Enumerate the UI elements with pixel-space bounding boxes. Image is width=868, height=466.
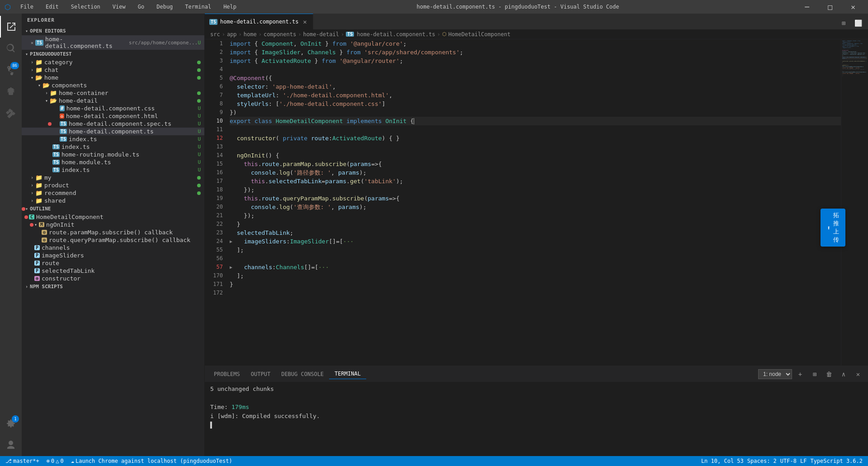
close-panel-button[interactable]: ✕ — [852, 368, 864, 380]
menu-go[interactable]: Go — [135, 3, 147, 11]
close-button[interactable]: ✕ — [843, 0, 863, 14]
code-editor-scroll[interactable]: 1 2 3 4 5 6 7 8 9 10 11 12 13 14 15 16 1 — [205, 39, 841, 366]
activity-bar-account[interactable] — [0, 434, 22, 456]
menu-debug[interactable]: Debug — [154, 3, 175, 11]
folder-chevron: ▾ — [45, 98, 48, 103]
language-mode-item[interactable]: TypeScript 3.6.2 — [808, 456, 864, 466]
breadcrumb-filename[interactable]: home-detail.component.ts — [357, 31, 435, 38]
breadcrumb-app[interactable]: app — [227, 31, 237, 38]
npm-chevron: › — [25, 284, 28, 289]
outline-class-label: HomeDetailComponent — [36, 214, 104, 220]
outline-queryparammap-label: route.queryParamMap.subscribe() callback — [49, 237, 190, 243]
outline-route[interactable]: P route — [22, 259, 204, 267]
maximize-panel-button[interactable]: ∧ — [837, 368, 850, 380]
sidebar-item-index-ts-3[interactable]: TS index.ts U — [22, 166, 204, 174]
indentation-item[interactable]: Spaces: 2 — [745, 456, 778, 466]
cursor-position-item[interactable]: Ln 10, Col 53 — [699, 456, 745, 466]
trash-terminal-button[interactable]: 🗑 — [823, 368, 835, 380]
tab-bar: TS home-detail.component.ts ✕ ⊞ ⬜ — [205, 14, 868, 29]
sidebar-item-component-ts[interactable]: TS home-detail.component.ts U — [22, 128, 204, 135]
close-icon[interactable]: ✕ — [31, 40, 33, 45]
upload-icon: ⬆ — [827, 224, 830, 231]
activity-bar-extensions[interactable] — [0, 103, 22, 124]
breadcrumb-src[interactable]: src — [210, 31, 220, 38]
fold-arrow-icon[interactable]: ▶ — [230, 237, 237, 246]
sidebar-item-product[interactable]: › 📁 product — [22, 181, 204, 189]
tab-output[interactable]: OUTPUT — [245, 369, 276, 379]
outline-selectedtablink[interactable]: P selectedTabLink — [22, 267, 204, 275]
sidebar-item-spec-ts[interactable]: TS home-detail.component.spec.ts U — [22, 120, 204, 128]
encoding-item[interactable]: UTF-8 — [778, 456, 798, 466]
sidebar-item-home-module[interactable]: TS home.module.ts U — [22, 158, 204, 166]
sidebar-item-recommend[interactable]: › 📁 recommend — [22, 189, 204, 197]
breadcrumb-home-detail[interactable]: home-detail — [303, 31, 339, 38]
errors-warnings-item[interactable]: ⊗ 0 △ 0 — [45, 456, 66, 466]
outline-imagesliders[interactable]: P imageSliders — [22, 252, 204, 259]
line-ending-item[interactable]: LF — [798, 456, 808, 466]
menu-help[interactable]: Help — [221, 3, 239, 11]
tab-debug-console[interactable]: DEBUG CONSOLE — [276, 369, 329, 379]
debug-launch-item[interactable]: ☁ Launch Chrome against localhost (pingd… — [69, 456, 234, 466]
menu-edit[interactable]: Edit — [43, 3, 61, 11]
menu-view[interactable]: View — [110, 3, 128, 11]
modified-dot — [197, 184, 201, 187]
code-line-5: @Component({ — [230, 74, 841, 82]
code-content[interactable]: import { Component, OnInit } from '@angu… — [227, 39, 841, 366]
outline-header[interactable]: ▾ OUTLINE — [22, 204, 204, 213]
activity-bar-search[interactable] — [0, 38, 22, 59]
sidebar-item-css[interactable]: # home-detail.component.css U — [22, 105, 204, 112]
sidebar-item-home[interactable]: ▾ 📂 home — [22, 74, 204, 81]
activity-bar-source-control[interactable]: 86 — [0, 59, 22, 81]
sidebar-item-category[interactable]: › 📁 category — [22, 58, 204, 66]
error-dot-icon — [48, 122, 52, 126]
open-editors-header[interactable]: ▾ OPEN EDITORS — [22, 27, 204, 35]
sidebar-item-chat[interactable]: › 📁 chat — [22, 66, 204, 74]
outline-constructor[interactable]: ⊕ constructor — [22, 275, 204, 282]
maximize-button[interactable]: □ — [820, 0, 840, 14]
menu-terminal[interactable]: Terminal — [182, 3, 214, 11]
modified-dot — [197, 61, 201, 64]
outline-channels[interactable]: P channels — [22, 244, 204, 252]
tab-home-detail-ts[interactable]: TS home-detail.component.ts ✕ — [205, 14, 313, 29]
activity-bar-debug[interactable] — [0, 81, 22, 103]
tab-close-icon[interactable]: ✕ — [301, 18, 308, 25]
fold-arrow-icon[interactable]: ▶ — [230, 263, 237, 271]
sidebar-item-home-detail[interactable]: ▾ 📂 home-detail — [22, 97, 204, 105]
menu-file[interactable]: File — [18, 3, 36, 11]
toggle-panel-button[interactable]: ⬜ — [852, 17, 864, 29]
tab-problems[interactable]: PROBLEMS — [208, 369, 245, 379]
git-branch-item[interactable]: ⎇ master*+ — [4, 456, 41, 466]
breadcrumb-components[interactable]: components — [264, 31, 296, 38]
outline-class[interactable]: C HomeDetailComponent — [22, 213, 204, 221]
sidebar-item-index-ts-2[interactable]: TS index.ts U — [22, 143, 204, 151]
terminal-select[interactable]: 1: node — [758, 369, 792, 379]
sidebar-item-shared[interactable]: › 📁 shared — [22, 197, 204, 204]
terminal-content[interactable]: 5 unchanged chunks Time: 179ms i [wdm]: … — [205, 382, 868, 456]
code-line-13 — [230, 143, 841, 151]
sidebar-item-home-container[interactable]: › 📁 home-container — [22, 89, 204, 97]
add-terminal-button[interactable]: + — [794, 368, 807, 380]
sidebar-item-index-ts-1[interactable]: TS index.ts U — [22, 135, 204, 143]
file-label: index.ts — [61, 166, 90, 173]
method-icon: M — [39, 222, 44, 227]
outline-ngoninit[interactable]: ▾ M ngOnInit — [22, 221, 204, 228]
split-editor-button[interactable]: ⊞ — [837, 17, 850, 29]
upload-button[interactable]: ⬆ 拓推上传 — [821, 209, 845, 247]
sidebar-item-routing[interactable]: TS home-routing.module.ts U — [22, 151, 204, 158]
outline-parammapsubscribe[interactable]: ⊙ route.paramMap.subscribe() callback — [22, 228, 204, 236]
open-editor-item[interactable]: ✕ TS home-detail.component.ts src/app/ho… — [22, 35, 204, 50]
tab-terminal[interactable]: TERMINAL — [329, 369, 366, 379]
npm-scripts-header[interactable]: › NPM SCRIPTS — [22, 282, 204, 291]
breadcrumb-home[interactable]: home — [244, 31, 257, 38]
menu-selection[interactable]: Selection — [68, 3, 103, 11]
activity-bar-explorer[interactable] — [0, 16, 22, 38]
sidebar-item-components[interactable]: ▾ 📂 components — [22, 81, 204, 89]
split-terminal-button[interactable]: ⊞ — [808, 368, 821, 380]
sidebar-item-my[interactable]: › 📁 my — [22, 174, 204, 181]
minimize-button[interactable]: ─ — [797, 0, 817, 14]
sidebar-item-html[interactable]: ◇ home-detail.component.html U — [22, 112, 204, 120]
outline-queryparammap[interactable]: ⊙ route.queryParamMap.subscribe() callba… — [22, 236, 204, 244]
breadcrumb-component[interactable]: HomeDetailComponent — [448, 31, 510, 38]
project-root-header[interactable]: ▾ PINGDUODUOTEST — [22, 50, 204, 58]
activity-bar-settings[interactable]: 1 — [0, 413, 22, 434]
